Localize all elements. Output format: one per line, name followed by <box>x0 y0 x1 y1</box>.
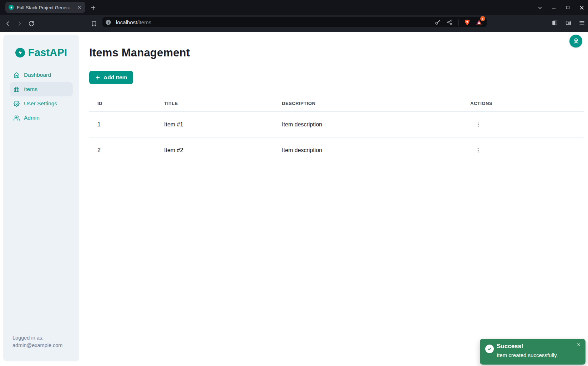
table-row: 1 Item #1 Item description <box>89 112 584 137</box>
lightning-favicon-icon <box>9 5 14 10</box>
cell-description: Item description <box>282 112 467 137</box>
column-header-description: DESCRIPTION <box>282 96 467 112</box>
gear-icon <box>14 101 20 107</box>
forward-icon[interactable] <box>15 19 24 28</box>
plus-icon <box>95 75 100 80</box>
bookmark-icon[interactable] <box>89 19 98 28</box>
cell-actions <box>467 112 584 137</box>
menu-hamburger-icon[interactable] <box>578 19 586 27</box>
rewards-badge: 1 <box>480 16 485 21</box>
sidebar: FastAPI Dashboard Items User Settings Ad… <box>3 35 79 361</box>
toolbar-divider <box>458 19 458 26</box>
share-icon[interactable] <box>445 18 454 26</box>
kebab-menu-icon <box>475 122 481 127</box>
cell-id: 1 <box>89 112 164 137</box>
fastapi-logo: FastAPI <box>3 35 79 59</box>
cell-description: Item description <box>282 137 467 163</box>
tab-search-caret-icon[interactable] <box>536 3 544 12</box>
lightning-logo-icon <box>15 48 25 57</box>
browser-titlebar: Full Stack Project Genera <box>0 0 588 15</box>
window-controls <box>536 0 588 15</box>
toast-message: Item created successfully. <box>497 352 558 358</box>
address-bar[interactable]: localhost/items 1 <box>102 17 487 27</box>
address-bar-actions: 1 <box>434 18 483 26</box>
logged-in-email: admin@example.com <box>12 342 62 349</box>
check-circle-icon <box>485 345 494 353</box>
sidebar-item-user-settings[interactable]: User Settings <box>10 96 73 111</box>
browser-toolbar: localhost/items 1 <box>0 15 588 32</box>
row-actions-menu-button[interactable] <box>472 119 484 130</box>
url-text[interactable]: localhost/items <box>116 19 434 25</box>
close-window-icon[interactable] <box>577 3 586 12</box>
briefcase-icon <box>14 86 20 92</box>
url-path: /items <box>137 19 151 25</box>
sidebar-item-label: Admin <box>24 115 40 121</box>
app-page: FastAPI Dashboard Items User Settings Ad… <box>0 32 588 366</box>
brave-rewards-icon[interactable]: 1 <box>475 18 483 26</box>
table-header-row: ID TITLE DESCRIPTION ACTIONS <box>89 96 584 112</box>
sidebar-item-label: Items <box>24 86 37 92</box>
sidebar-nav: Dashboard Items User Settings Admin <box>3 68 79 125</box>
page-title: Items Management <box>89 46 190 59</box>
wallet-icon[interactable] <box>564 19 573 27</box>
cell-id: 2 <box>89 137 164 163</box>
users-icon <box>14 115 20 121</box>
sidebar-item-admin[interactable]: Admin <box>10 111 73 125</box>
browser-tab[interactable]: Full Stack Project Genera <box>5 2 85 13</box>
logo-text: FastAPI <box>28 47 67 59</box>
sidebar-item-dashboard[interactable]: Dashboard <box>10 68 73 82</box>
maximize-icon[interactable] <box>563 3 572 12</box>
column-header-title: TITLE <box>164 96 282 112</box>
toolbar-right-actions <box>551 19 586 27</box>
user-astronaut-icon <box>572 37 580 45</box>
tab-title: Full Stack Project Genera <box>17 4 75 11</box>
key-icon[interactable] <box>434 18 442 26</box>
cell-title: Item #1 <box>164 112 282 137</box>
column-header-actions: ACTIONS <box>467 96 584 112</box>
sidebar-item-label: Dashboard <box>24 72 51 78</box>
column-header-id: ID <box>89 96 164 112</box>
toast-title: Success! <box>497 343 523 350</box>
items-table: ID TITLE DESCRIPTION ACTIONS 1 Item #1 I… <box>89 96 584 163</box>
user-menu-button[interactable] <box>569 35 582 47</box>
cell-actions <box>467 137 584 163</box>
sidebar-item-items[interactable]: Items <box>10 82 73 96</box>
sidebar-item-label: User Settings <box>24 100 57 107</box>
toast-close-icon[interactable] <box>576 341 582 348</box>
minimize-icon[interactable] <box>549 3 558 12</box>
brave-shield-icon[interactable] <box>463 18 471 26</box>
url-host: localhost <box>116 19 137 25</box>
logged-in-label: Logged in as: <box>12 334 62 342</box>
cell-title: Item #2 <box>164 137 282 163</box>
new-tab-button[interactable] <box>89 3 97 12</box>
logged-in-info: Logged in as: admin@example.com <box>12 334 62 349</box>
success-toast: Success! Item created successfully. <box>480 339 586 365</box>
tab-close-icon[interactable] <box>76 4 82 11</box>
reload-icon[interactable] <box>27 19 36 28</box>
home-icon <box>14 72 20 78</box>
add-item-button[interactable]: Add Item <box>89 71 133 84</box>
back-icon[interactable] <box>3 19 12 28</box>
add-item-label: Add Item <box>103 74 127 81</box>
row-actions-menu-button[interactable] <box>472 145 484 156</box>
table-row: 2 Item #2 Item description <box>89 137 584 163</box>
side-panel-icon[interactable] <box>551 19 559 27</box>
kebab-menu-icon <box>475 147 481 153</box>
site-info-icon[interactable] <box>105 19 112 26</box>
